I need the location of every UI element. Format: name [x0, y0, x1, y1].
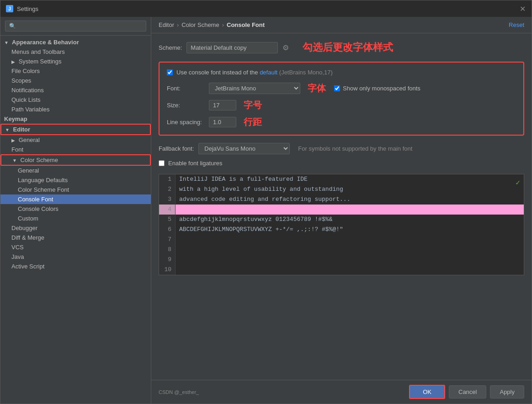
sidebar-item-custom[interactable]: Custom: [0, 214, 151, 223]
line-num-5: 5: [159, 215, 176, 225]
show-monospaced-checkbox[interactable]: [334, 85, 340, 91]
size-input[interactable]: [209, 100, 236, 110]
scheme-gear-button[interactable]: ⚙: [282, 43, 289, 52]
expand-arrow4: ▶: [11, 138, 15, 143]
font-section: Use console font instead of the default …: [159, 62, 524, 136]
default-link[interactable]: default: [260, 69, 277, 76]
main-content: ▼ Appearance & Behavior Menus and Toolba…: [0, 17, 532, 404]
sidebar-item-appearance-behavior[interactable]: ▼ Appearance & Behavior: [0, 37, 151, 47]
line-content-5: abcdefghijklmnopqrstuvwxyz 0123456789 !#…: [176, 215, 332, 225]
font-dropdown[interactable]: JetBrains Mono: [209, 83, 300, 94]
font-row: JetBrains Mono 字体 Show only monospaced f…: [209, 82, 516, 94]
show-monospaced-row: Show only monospaced fonts: [334, 85, 420, 92]
reset-link[interactable]: Reset: [509, 21, 524, 28]
breadcrumb-sep2: ›: [222, 21, 224, 28]
sidebar-item-menus-toolbars[interactable]: Menus and Toolbars: [0, 47, 151, 57]
sidebar-item-cs-general[interactable]: General: [0, 166, 151, 175]
sidebar-item-java[interactable]: Java: [0, 252, 151, 262]
bottom-bar: CSDN @_esther_ OK Cancel Apply: [151, 380, 532, 404]
fallback-dropdown[interactable]: DejaVu Sans Mono: [198, 143, 290, 154]
preview-line-7: 7: [159, 235, 524, 245]
line-spacing-annotation: 行距: [244, 116, 262, 128]
sidebar-item-diff-merge[interactable]: Diff & Merge: [0, 233, 151, 242]
line-num-1: 1: [159, 174, 176, 184]
ok-button[interactable]: OK: [409, 385, 445, 399]
sidebar-item-console-font[interactable]: Console Font: [0, 194, 151, 204]
sidebar-item-font[interactable]: Font: [0, 145, 151, 154]
default-hint: (JetBrains Mono,17): [279, 69, 333, 76]
sidebar-item-debugger[interactable]: Debugger: [0, 223, 151, 233]
preview-line-8: 8: [159, 245, 524, 255]
sidebar-item-color-scheme[interactable]: ▼ Color Scheme: [0, 154, 151, 166]
fallback-hint: For symbols not supported by the main fo…: [298, 145, 412, 152]
line-content-9: [176, 255, 179, 265]
breadcrumb-color-scheme: Color Scheme: [181, 21, 219, 28]
preview-line-9: 9: [159, 255, 524, 265]
line-content-3: advanced code editing and refactoring su…: [176, 194, 350, 205]
scheme-row: Scheme: Material Default copy Default Da…: [159, 41, 524, 54]
sidebar-item-color-scheme-font[interactable]: Color Scheme Font: [0, 185, 151, 194]
breadcrumb: Editor › Color Scheme › Console Font: [159, 21, 265, 28]
cancel-button[interactable]: Cancel: [449, 385, 486, 399]
csdn-label: CSDN @_esther_: [159, 389, 199, 395]
sidebar-item-quick-lists[interactable]: Quick Lists: [0, 95, 151, 105]
line-num-7: 7: [159, 235, 176, 245]
line-content-10: [176, 265, 179, 275]
line-spacing-input[interactable]: [209, 117, 236, 127]
sidebar-item-language-defaults[interactable]: Language Defaults: [0, 175, 151, 185]
sidebar-item-path-variables[interactable]: Path Variables: [0, 105, 151, 114]
breadcrumb-console-font: Console Font: [227, 21, 265, 28]
font-label: Font:: [167, 85, 203, 92]
check-icon: ✓: [516, 178, 520, 187]
line-num-10: 10: [159, 265, 176, 275]
sidebar-item-scopes[interactable]: Scopes: [0, 76, 151, 85]
window-title: Settings: [17, 5, 519, 12]
expand-arrow5: ▼: [12, 158, 17, 163]
sidebar-item-editor[interactable]: ▼ Editor: [0, 124, 151, 135]
show-monospaced-label: Show only monospaced fonts: [343, 85, 420, 92]
line-num-9: 9: [159, 255, 176, 265]
sidebar-item-file-colors[interactable]: File Colors: [0, 66, 151, 76]
expand-arrow: ▼: [4, 40, 9, 45]
line-num-6: 6: [159, 225, 176, 235]
breadcrumb-sep1: ›: [177, 21, 179, 28]
line-num-2: 2: [159, 184, 176, 194]
scheme-dropdown[interactable]: Material Default copy Default Darcula: [186, 42, 278, 53]
preview-line-10: 10: [159, 265, 524, 275]
sidebar-item-keymap[interactable]: Keymap: [0, 114, 151, 124]
font-annotation: 字体: [308, 82, 326, 94]
line-spacing-label: Line spacing:: [167, 119, 203, 126]
preview-line-5: 5 abcdefghijklmnopqrstuvwxyz 0123456789 …: [159, 215, 524, 225]
breadcrumb-bar: Editor › Color Scheme › Console Font Res…: [151, 17, 532, 33]
line-num-3: 3: [159, 194, 176, 205]
fallback-label: Fallback font:: [159, 145, 194, 152]
expand-arrow2: ▶: [11, 59, 15, 64]
size-annotation: 字号: [244, 99, 262, 111]
title-bar: J Settings ✕: [0, 0, 532, 17]
apply-button[interactable]: Apply: [490, 385, 524, 399]
font-grid: Font: JetBrains Mono 字体 Show only monosp…: [167, 82, 516, 128]
app-icon: J: [6, 5, 13, 12]
ligatures-checkbox[interactable]: [159, 160, 165, 166]
preview-line-4: 4: [159, 205, 524, 215]
sidebar-item-system-settings[interactable]: ▶ System Settings: [0, 57, 151, 66]
annotation-text1: 勾选后更改字体样式: [303, 41, 393, 54]
scheme-label: Scheme:: [159, 44, 182, 51]
breadcrumb-editor: Editor: [159, 21, 174, 28]
sidebar-item-general[interactable]: ▶ General: [0, 135, 151, 145]
sidebar-item-notifications[interactable]: Notifications: [0, 85, 151, 95]
line-content-4: [176, 205, 179, 215]
line-content-6: ABCDEFGHIJKLMNOPQRSTUVWXYZ +-*/= ,.;:!? …: [176, 225, 343, 235]
ligatures-label: Enable font ligatures: [168, 160, 223, 167]
preview-line-2: 2 with a high level of usability and out…: [159, 184, 524, 194]
sidebar: ▼ Appearance & Behavior Menus and Toolba…: [0, 17, 151, 404]
close-button[interactable]: ✕: [519, 5, 526, 12]
sidebar-item-vcs[interactable]: VCS: [0, 242, 151, 252]
use-console-font-checkbox[interactable]: [167, 69, 173, 75]
search-input[interactable]: [5, 21, 146, 31]
size-label: Size:: [167, 102, 203, 109]
sidebar-item-active-script[interactable]: Active Script: [0, 262, 151, 271]
preview-line-1: 1 IntelliJ IDEA is a full-featured IDE: [159, 174, 524, 184]
sidebar-item-console-colors[interactable]: Console Colors: [0, 204, 151, 214]
size-row: 字号: [209, 99, 516, 111]
